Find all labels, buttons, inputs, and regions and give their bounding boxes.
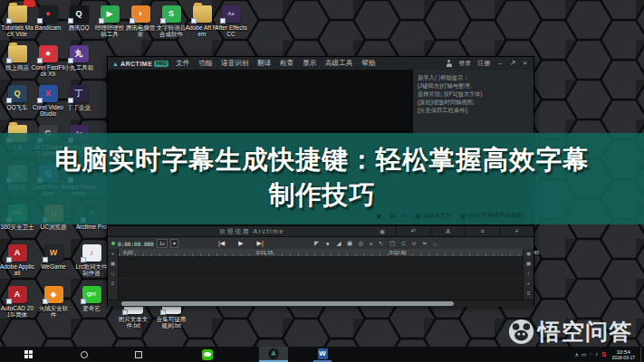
tool-icon[interactable]: ×: [370, 241, 373, 247]
icon-glyph: Ae: [227, 10, 235, 18]
menu-item-语音识别[interactable]: 语音识别: [220, 59, 249, 68]
show-desktop-button[interactable]: [640, 347, 644, 362]
menu-item-文件[interactable]: 文件: [175, 59, 190, 68]
close-button[interactable]: ×: [521, 60, 529, 67]
ime-icon[interactable]: S: [601, 350, 606, 358]
maximize-button[interactable]: ↗: [508, 60, 518, 67]
timeline-tracks[interactable]: [119, 256, 523, 300]
desktop-icon-label: 腾讯QQ: [62, 24, 96, 31]
desktop-screen: Tutorials MacX Vide●BandicamQ腾讯QQ▶哔哩哔哩投稿…: [0, 0, 644, 362]
icon-glyph: QIY: [87, 291, 96, 299]
start-button[interactable]: [22, 347, 34, 362]
tray-icon[interactable]: ◌: [590, 351, 593, 357]
next-frame-button[interactable]: ▶|: [257, 240, 264, 247]
tool-icon[interactable]: ∩: [433, 241, 437, 247]
minimize-button[interactable]: –: [496, 60, 504, 67]
word-taskbar-button[interactable]: W: [313, 347, 332, 362]
arctime-taskbar-button[interactable]: A: [259, 347, 288, 362]
tool-icon[interactable]: ◤: [314, 240, 319, 247]
task-view-button[interactable]: [133, 347, 144, 362]
play-button[interactable]: ▶: [238, 240, 243, 247]
track-tool-icon[interactable]: ◇: [111, 269, 115, 279]
desktop-icon-label: Adobe Applicati: [0, 263, 34, 276]
zoom-tool-icon[interactable]: ▣: [526, 259, 532, 269]
wechat-taskbar-button[interactable]: [200, 347, 215, 362]
zoom-tool-icon[interactable]: ≡: [527, 289, 531, 299]
tray-icon[interactable]: ∧: [574, 351, 578, 357]
desktop-icon[interactable]: ♪Lrc歌词文件制作器: [74, 244, 109, 276]
zoom-tool-icon[interactable]: +: [527, 279, 531, 289]
desktop-icon[interactable]: ◆火绒安全软件: [36, 286, 71, 318]
menu-bar: ▲ ARCTIME PRO 文件功能语音识别翻译检查显示高级工具帮助 登录 注册…: [108, 57, 533, 70]
speed-caret-icon[interactable]: ▾: [170, 239, 178, 248]
icon-glyph: A: [14, 291, 21, 299]
tray-clock[interactable]: 10:54 2018-03-17: [610, 349, 637, 360]
desktop-icon[interactable]: AeAfter Effects CC: [214, 5, 248, 37]
horizontal-scrollbar[interactable]: [108, 300, 533, 307]
desktop-icon[interactable]: ▶哔哩哔哩投稿工具: [92, 5, 127, 37]
folder-icon: [8, 5, 27, 23]
desktop-icon[interactable]: WWeGame: [36, 244, 71, 270]
tool-icon[interactable]: ▼: [325, 241, 331, 247]
tool-icon[interactable]: ◎: [359, 240, 364, 247]
desktop-icon[interactable]: 丸小丸工具箱: [62, 45, 96, 71]
desktop-icon[interactable]: Q腾讯QQ: [62, 5, 96, 31]
menu-item-帮助[interactable]: 帮助: [360, 59, 376, 68]
register-button[interactable]: 注册: [477, 59, 490, 68]
cortana-icon: [81, 351, 88, 358]
desktop-icon[interactable]: QIY爱奇艺: [74, 286, 109, 311]
desktop-icon[interactable]: 丁丁丁企业: [62, 85, 96, 110]
desktop-icon[interactable]: AAutoCAD 2010-简体: [0, 286, 34, 318]
cortana-search-button[interactable]: [79, 347, 90, 362]
menu-item-功能[interactable]: 功能: [197, 59, 213, 68]
desktop-icon[interactable]: AAdobe Applicati: [0, 244, 34, 276]
track-tool-icon[interactable]: ▣: [111, 259, 116, 269]
tool-icon[interactable]: ▢: [389, 240, 395, 247]
app-icon: ◆: [44, 286, 63, 303]
desktop-icon[interactable]: 线上商店: [0, 45, 34, 71]
hint-label: 创建单元行: [423, 212, 453, 220]
zoom-tool-icon[interactable]: ◉: [526, 249, 531, 259]
left-tool-strip: +▣◇≡: [108, 249, 119, 300]
window-controls: –↗×: [496, 60, 529, 67]
desktop-icon[interactable]: QQQ飞车: [0, 85, 34, 110]
word-icon: W: [318, 348, 328, 359]
desktop-icon[interactable]: ◗腾讯电脑管家: [123, 5, 158, 37]
desktop-icon[interactable]: XCorel VideoStudio: [31, 85, 65, 117]
app-icon: Ae: [222, 5, 241, 23]
menu-item-翻译[interactable]: 翻译: [256, 59, 272, 68]
desktop-icon[interactable]: ●Bandicam: [31, 5, 65, 31]
menu-item-显示[interactable]: 显示: [302, 59, 317, 68]
login-button[interactable]: 登录: [458, 59, 471, 68]
desktop-icon-label: Tutorials MacX Vide: [0, 24, 34, 37]
menu-items: 文件功能语音识别翻译检查显示高级工具帮助: [175, 59, 376, 68]
zoom-tool-icon[interactable]: ↕: [527, 269, 530, 279]
tool-icon[interactable]: ≍: [422, 240, 427, 247]
tool-icon[interactable]: ∪: [412, 240, 417, 247]
scrollbar-thumb[interactable]: [121, 301, 454, 306]
track-tool-icon[interactable]: +: [111, 249, 115, 259]
desktop-icon[interactable]: S文字转语音合成软件: [154, 5, 188, 37]
desktop-icon-label: QQ飞车: [0, 104, 34, 110]
app-icon: 丁: [70, 85, 89, 102]
tool-icon[interactable]: ▣: [347, 240, 352, 247]
tool-icon[interactable]: ◢: [336, 240, 341, 247]
menu-item-检查[interactable]: 检查: [279, 59, 294, 68]
tool-icons: ◤▼◢▣◎×↖▢⊂∪≍∩: [314, 237, 437, 250]
tool-icon[interactable]: ⊂: [401, 240, 406, 247]
user-icon[interactable]: [446, 60, 452, 67]
ruler-label: 0:02:30: [389, 249, 406, 256]
track-tool-icon[interactable]: ≡: [111, 279, 115, 289]
menu-item-高级工具[interactable]: 高级工具: [324, 59, 353, 68]
timecode: 0:00:00.000: [118, 241, 154, 247]
speed-select[interactable]: 1x: [157, 239, 168, 248]
timecode-cluster: 0:00:00.000 1x ▾: [111, 237, 178, 250]
tray-icon[interactable]: ▭: [582, 351, 587, 357]
timeline-ruler[interactable]: 0:000:01:150:02:300:03:45: [119, 249, 523, 256]
app-icon: Q: [70, 5, 89, 23]
desktop-icon[interactable]: Tutorials MacX Vide: [0, 5, 34, 37]
desktop-icon[interactable]: ★Corel FastFlick X9: [31, 45, 65, 77]
tray-icon[interactable]: ♪: [595, 351, 598, 357]
tool-icon[interactable]: ↖: [379, 240, 383, 247]
prev-frame-button[interactable]: |◀: [218, 240, 225, 247]
